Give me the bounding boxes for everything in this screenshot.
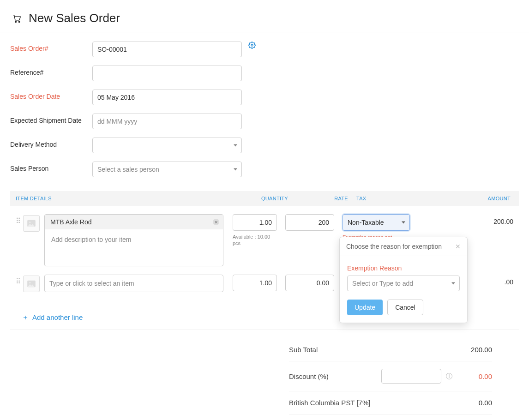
- svg-point-6: [29, 282, 30, 283]
- page-header: New Sales Order: [0, 0, 529, 32]
- delivery-method-select[interactable]: [92, 138, 242, 153]
- quantity-input[interactable]: [233, 214, 277, 231]
- sales-order-date-label: Sales Order Date: [10, 90, 92, 100]
- header-item-details: ITEM DETAILS: [16, 196, 237, 201]
- exemption-reason-label: Exemption Reason: [347, 264, 460, 272]
- quantity-input[interactable]: [233, 275, 277, 291]
- bcpst-label: British Columbia PST [7%]: [289, 399, 437, 407]
- expected-shipment-date-input[interactable]: [92, 114, 242, 129]
- svg-point-4: [29, 222, 30, 223]
- sales-person-select[interactable]: Select a sales person: [92, 162, 242, 177]
- header-rate: RATE: [288, 196, 348, 201]
- delivery-method-label: Delivery Method: [10, 138, 92, 148]
- discount-label: Discount (%): [289, 372, 377, 380]
- svg-point-0: [15, 21, 16, 22]
- info-icon[interactable]: i: [446, 373, 452, 379]
- subtotal-label: Sub Total: [289, 346, 437, 354]
- reference-number-input[interactable]: [92, 66, 242, 81]
- subtotal-value: 200.00: [437, 346, 492, 354]
- cancel-button[interactable]: Cancel: [387, 300, 423, 315]
- svg-point-1: [18, 21, 19, 22]
- sales-order-number-input[interactable]: [92, 42, 242, 57]
- header-amount: AMOUNT: [422, 196, 513, 201]
- tax-select[interactable]: Non-Taxable: [343, 214, 410, 231]
- expected-shipment-date-label: Expected Shipment Date: [10, 114, 92, 124]
- item-select-input[interactable]: [44, 275, 223, 292]
- update-button[interactable]: Update: [347, 300, 383, 315]
- header-quantity: QUANTITY: [237, 196, 288, 201]
- item-name: MTB Axle Rod ✕: [45, 215, 223, 229]
- discount-value: 0.00: [455, 372, 492, 380]
- sales-order-number-label: Sales Order#: [10, 42, 92, 52]
- svg-point-2: [251, 44, 253, 46]
- exemption-reason-select[interactable]: Select or Type to add: [347, 276, 460, 291]
- exemption-popover: Choose the reason for exemption ✕ Exempt…: [339, 237, 468, 323]
- available-qty-label: Available : 10.00 pcs: [233, 234, 277, 247]
- sales-order-number-settings-icon[interactable]: [248, 42, 256, 50]
- clear-item-icon[interactable]: ✕: [213, 219, 219, 225]
- bcpst-value: 0.00: [437, 399, 492, 407]
- close-icon[interactable]: ✕: [455, 243, 461, 250]
- rate-input[interactable]: [285, 275, 334, 291]
- item-thumbnail: [23, 276, 40, 292]
- items-table-header: ITEM DETAILS QUANTITY RATE TAX AMOUNT: [10, 191, 519, 206]
- discount-input[interactable]: [381, 369, 441, 384]
- amount-value: 200.00: [410, 214, 513, 225]
- item-description-input[interactable]: [50, 235, 217, 259]
- reference-number-label: Reference#: [10, 66, 92, 76]
- drag-handle-icon[interactable]: ⠿: [16, 220, 20, 222]
- header-tax: TAX: [348, 196, 422, 201]
- item-thumbnail: [23, 215, 40, 232]
- cart-icon: [12, 13, 22, 24]
- drag-handle-icon[interactable]: ⠿: [16, 280, 20, 283]
- sales-order-date-input[interactable]: [92, 90, 242, 105]
- page-title: New Sales Order: [29, 11, 120, 25]
- sales-person-label: Sales Person: [10, 162, 92, 172]
- rate-input[interactable]: [285, 214, 334, 231]
- popover-title: Choose the reason for exemption: [346, 243, 442, 250]
